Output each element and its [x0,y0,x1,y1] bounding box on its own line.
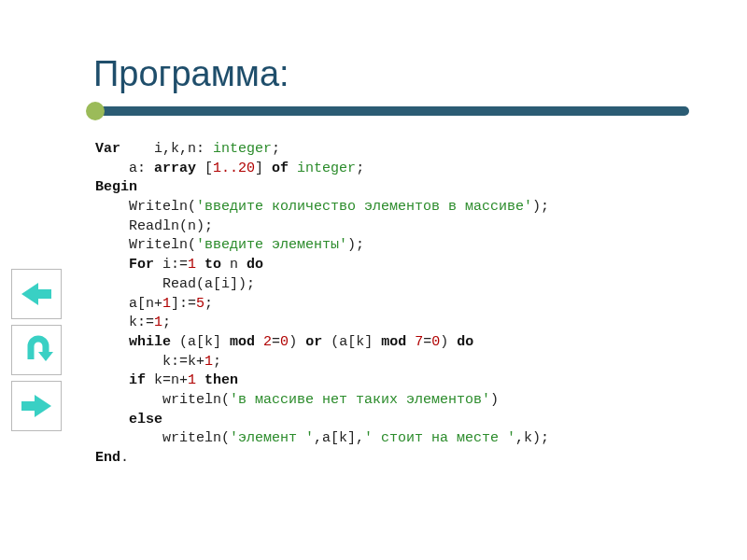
u-turn-icon [20,333,53,367]
code-block: Var i,k,n: integer; a: array [1..20] of … [95,140,549,469]
title-underline [92,103,689,123]
slide-title: Программа: [93,54,289,94]
nav-next-button[interactable] [11,381,62,431]
nav-home-button[interactable] [11,325,62,375]
kw-begin: Begin [95,179,137,195]
kw-var: Var [95,141,120,157]
slide: Программа: Var i,k,n: integer; a: array … [0,0,747,560]
arrow-left-icon [21,283,51,305]
kw-end: End [95,450,120,466]
nav-prev-button[interactable] [11,269,62,319]
arrow-right-icon [21,395,51,417]
